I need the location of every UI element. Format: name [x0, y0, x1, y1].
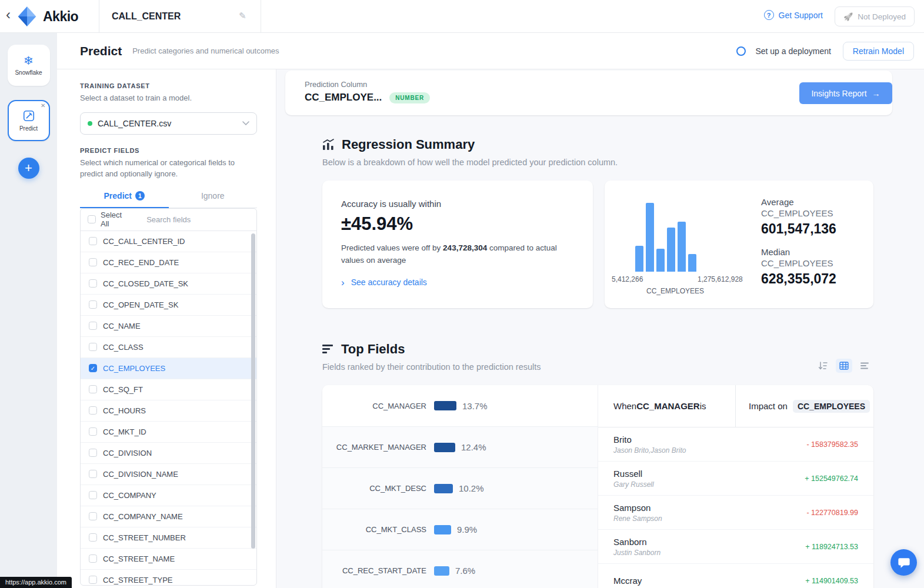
deployment-label: Set up a deployment	[755, 46, 830, 56]
histogram-bar	[688, 254, 696, 272]
select-all-checkbox[interactable]	[88, 215, 96, 223]
fields-scrollbar[interactable]	[251, 233, 255, 549]
top-field-row[interactable]: CC_MANAGER13.7%	[322, 385, 598, 426]
impact-value-cell: RussellGary Russell	[613, 469, 654, 489]
sort-view-button[interactable]	[815, 359, 831, 373]
field-checkbox[interactable]	[89, 385, 97, 393]
chat-widget-button[interactable]	[890, 549, 917, 576]
field-checkbox[interactable]	[89, 554, 97, 563]
field-checkbox[interactable]	[89, 322, 97, 330]
close-icon[interactable]: ✕	[41, 102, 45, 109]
dataset-selected-value: CALL_CENTER.csv	[98, 119, 171, 128]
accuracy-heading: Accuracy is usually within	[341, 199, 574, 209]
field-label: CC_COMPANY_NAME	[103, 512, 183, 521]
field-label: CC_DIVISION	[103, 449, 152, 457]
field-row[interactable]: ✓CC_EMPLOYEES	[81, 358, 256, 379]
impact-row[interactable]: RussellGary Russell+ 152549762.74	[598, 462, 873, 496]
header-divider	[99, 0, 99, 32]
contribution-field-label: CC_MANAGER	[334, 402, 426, 410]
page-title: Predict	[80, 44, 122, 58]
field-row[interactable]: CC_CLASS	[81, 337, 256, 358]
field-row[interactable]: CC_STREET_TYPE	[81, 570, 256, 586]
sidebar-node-predict[interactable]: ✕ Predict	[8, 100, 50, 141]
field-label: CC_STREET_NAME	[103, 554, 175, 563]
top-field-row[interactable]: CC_MARKET_MANAGER12.4%	[322, 426, 598, 467]
field-checkbox[interactable]: ✓	[89, 364, 97, 372]
field-checkbox[interactable]	[89, 237, 97, 245]
impact-value-name: Sampson	[613, 503, 662, 513]
field-checkbox[interactable]	[89, 343, 97, 351]
field-label: CC_OPEN_DATE_SK	[103, 300, 178, 309]
impact-row[interactable]: BritoJason Brito,Jason Brito- 158379582.…	[598, 427, 873, 462]
field-checkbox[interactable]	[89, 300, 97, 309]
bars-view-button[interactable]	[857, 359, 873, 373]
x-axis-label: CC_EMPLOYEES	[646, 287, 704, 295]
impact-row[interactable]: Mccray+ 114901409.53	[598, 564, 873, 588]
column-type-badge: NUMBER	[389, 92, 430, 103]
field-row[interactable]: CC_MKT_ID	[81, 422, 256, 443]
field-checkbox[interactable]	[89, 449, 97, 457]
impact-on-header: Impact on CC_EMPLOYEES	[735, 385, 873, 427]
field-row[interactable]: CC_SQ_FT	[81, 379, 256, 400]
field-checkbox[interactable]	[89, 427, 97, 436]
field-row[interactable]: CC_COMPANY_NAME	[81, 506, 256, 527]
deployment-radio[interactable]	[736, 46, 746, 56]
field-checkbox[interactable]	[89, 279, 97, 288]
field-checkbox[interactable]	[89, 533, 97, 542]
field-row[interactable]: CC_STREET_NUMBER	[81, 527, 256, 549]
impact-amount: + 118924713.53	[805, 543, 858, 551]
impact-row[interactable]: SanbornJustin Sanborn+ 118924713.53	[598, 530, 873, 564]
retrain-model-button[interactable]: Retrain Model	[843, 42, 914, 61]
table-view-button[interactable]	[836, 359, 852, 373]
distribution-stats: Average CC_EMPLOYEES 601,547,136 Median …	[761, 197, 836, 287]
field-row[interactable]: CC_OPEN_DATE_SK	[81, 295, 256, 316]
tab-ignore[interactable]: Ignore	[169, 191, 258, 208]
top-field-row[interactable]: CC_MKT_DESC10.2%	[322, 467, 598, 509]
insights-report-button[interactable]: Insights Report →	[799, 82, 892, 104]
field-row[interactable]: CC_NAME	[81, 316, 256, 337]
sidebar-node-snowflake[interactable]: ❄ Snowflake	[8, 45, 50, 86]
edit-icon[interactable]: ✎	[239, 11, 246, 21]
field-checkbox[interactable]	[89, 576, 97, 584]
see-accuracy-details-link[interactable]: › See accuracy details	[341, 278, 574, 288]
field-row[interactable]: CC_REC_END_DATE	[81, 252, 256, 273]
tab-predict[interactable]: Predict 1	[80, 191, 169, 208]
median-field: CC_EMPLOYEES	[761, 258, 836, 268]
field-row[interactable]: CC_DIVISION	[81, 443, 256, 464]
when-suffix: is	[700, 401, 706, 411]
training-panel: TRAINING DATASET Select a dataset to tra…	[57, 69, 276, 588]
distribution-card: 5,412,266 1,275,612,928 CC_EMPLOYEES Ave…	[605, 181, 873, 308]
tab-ignore-label: Ignore	[201, 191, 225, 201]
impact-value-name: Brito	[613, 435, 686, 445]
accuracy-desc-number: 243,728,304	[443, 243, 487, 252]
get-support-link[interactable]: ? Get Support	[764, 10, 823, 20]
field-label: CC_NAME	[103, 322, 141, 330]
impact-value-name: Mccray	[613, 576, 642, 586]
field-row[interactable]: CC_STREET_NAME	[81, 549, 256, 570]
add-node-button[interactable]: +	[18, 158, 39, 179]
top-field-row[interactable]: CC_REC_START_DATE7.6%	[322, 550, 598, 588]
not-deployed-button[interactable]: 🚀 Not Deployed	[835, 6, 915, 26]
akkio-logo[interactable]: Akkio	[16, 6, 78, 27]
field-checkbox[interactable]	[89, 470, 97, 478]
field-row[interactable]: CC_HOURS	[81, 400, 256, 422]
field-row[interactable]: CC_CLOSED_DATE_SK	[81, 273, 256, 295]
contribution-field-label: CC_MKT_CLASS	[334, 525, 426, 534]
field-row[interactable]: CC_COMPANY	[81, 485, 256, 506]
field-checkbox[interactable]	[89, 512, 97, 520]
page-header: Predict Predict categories and numerical…	[57, 33, 924, 69]
search-fields-input[interactable]	[146, 215, 250, 224]
top-field-row[interactable]: CC_MKT_CLASS9.9%	[322, 509, 598, 550]
not-deployed-label: Not Deployed	[858, 12, 906, 21]
field-checkbox[interactable]	[89, 491, 97, 499]
impact-rows: BritoJason Brito,Jason Brito- 158379582.…	[598, 427, 873, 588]
dataset-select[interactable]: CALL_CENTER.csv	[80, 112, 257, 135]
impact-row[interactable]: SampsonRene Sampson- 122770819.99	[598, 496, 873, 530]
field-row[interactable]: CC_CALL_CENTER_ID	[81, 231, 256, 252]
field-row[interactable]: CC_DIVISION_NAME	[81, 464, 256, 485]
field-checkbox[interactable]	[89, 406, 97, 415]
field-label: CC_MKT_ID	[103, 427, 146, 436]
back-chevron-icon[interactable]: ‹	[6, 8, 11, 22]
field-checkbox[interactable]	[89, 258, 97, 266]
question-icon: ?	[764, 10, 774, 20]
